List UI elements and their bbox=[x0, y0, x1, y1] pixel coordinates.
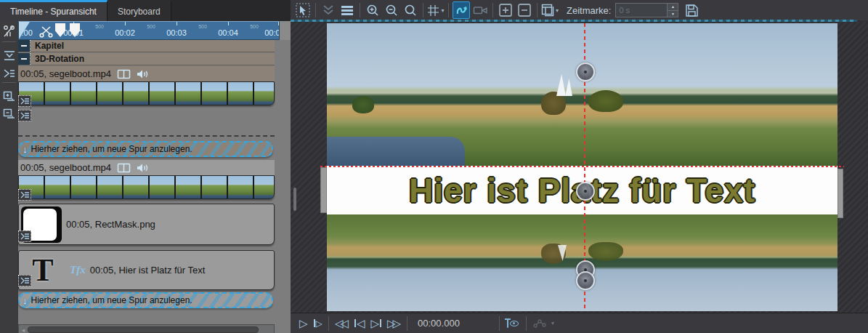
transport-bar: ▷ ▷ ◁◁ ◁ ▷ ▷▷ 00:00.000 ▾ bbox=[291, 313, 868, 333]
rewind-button[interactable]: ◁◁ bbox=[335, 317, 349, 330]
tab-storyboard[interactable]: Storyboard bbox=[108, 0, 171, 21]
grid-button[interactable]: ▾ bbox=[427, 1, 445, 19]
path-nodes-button[interactable] bbox=[532, 318, 547, 329]
show-markers-button[interactable] bbox=[507, 318, 519, 328]
timeline-panel: Timeline - Spuransicht Storyboard bbox=[0, 0, 291, 333]
select-tool-button[interactable] bbox=[294, 1, 312, 19]
effects-list-icon[interactable] bbox=[1, 66, 17, 81]
go-to-end-button[interactable]: ▷ bbox=[370, 317, 381, 330]
collapse-icon[interactable] bbox=[18, 53, 31, 65]
sprite-toggle-icon[interactable] bbox=[18, 189, 31, 201]
clip-text[interactable]: T Tfx 00:05, Hier ist Platz für Text bbox=[18, 250, 275, 290]
spin-up-icon[interactable]: ▲ bbox=[668, 4, 678, 10]
sailboat bbox=[556, 74, 566, 96]
bush bbox=[588, 90, 623, 112]
track-label: 3D-Rotation bbox=[35, 54, 84, 64]
zoom-in-button[interactable] bbox=[364, 1, 381, 19]
ruler-minor-label: 500 bbox=[89, 24, 110, 29]
timescale-mode-icon[interactable] bbox=[1, 24, 17, 39]
drop-arrow-icon: ↓ bbox=[23, 144, 28, 155]
toolbar-separator bbox=[492, 3, 493, 17]
ruler-minor-label: 500 bbox=[243, 24, 265, 29]
transport-separator bbox=[526, 316, 527, 331]
track-label: Kapitel bbox=[35, 41, 64, 51]
zoom-reset-button[interactable] bbox=[402, 1, 419, 19]
zeitmarke-input[interactable] bbox=[615, 3, 668, 17]
new-track-dropzone[interactable]: ↓ Hierher ziehen, um neue Spur anzulegen… bbox=[18, 141, 273, 157]
movement-curve-tool-button[interactable] bbox=[453, 1, 470, 19]
timeline-tool-strip bbox=[0, 21, 18, 333]
panel-splitter-handle[interactable] bbox=[293, 188, 296, 211]
transform-handle-center[interactable] bbox=[576, 271, 595, 290]
track-row-3d-rotation[interactable]: 3D-Rotation bbox=[18, 53, 275, 65]
remove-layer-icon[interactable] bbox=[1, 107, 17, 121]
ruler-label: 00:03 bbox=[161, 28, 192, 37]
transport-separator bbox=[499, 316, 500, 331]
audio-speaker-icon[interactable] bbox=[137, 69, 149, 79]
transform-handle-top[interactable] bbox=[576, 63, 595, 81]
add-layer-icon[interactable] bbox=[1, 89, 17, 104]
toolbar-separator bbox=[423, 3, 423, 17]
clip-segelboot-2-header[interactable]: 00:05, segelboot.mp4 bbox=[18, 160, 275, 175]
remove-object-button[interactable] bbox=[516, 1, 533, 19]
timeline-ruler[interactable]: 00:00 00:01 00:02 00:03 00:04 00:05 500 … bbox=[18, 21, 280, 40]
sprite-toggle-icon[interactable] bbox=[18, 275, 31, 286]
spin-down-icon[interactable]: ▼ bbox=[668, 10, 678, 17]
bush-reflection bbox=[588, 242, 623, 261]
zeitmarke-label: Zeitmarke: bbox=[567, 5, 611, 16]
clip-label: 00:05, Hier ist Platz für Text bbox=[90, 265, 206, 276]
scrollbar-thumb[interactable] bbox=[28, 326, 259, 333]
ruler-tick bbox=[278, 22, 279, 25]
dropzone-label: Hierher ziehen, um neue Spur anzulegen. bbox=[31, 144, 192, 154]
ruler-label: 00:05 bbox=[259, 28, 280, 37]
play-from-cursor-button[interactable]: ▷ bbox=[314, 318, 323, 329]
sprite-toggle-icon[interactable] bbox=[18, 95, 31, 107]
layers-order-icon[interactable] bbox=[1, 49, 17, 63]
audio-speaker-icon[interactable] bbox=[137, 163, 149, 173]
scroll-left-arrow[interactable]: ◂ bbox=[19, 326, 28, 333]
track-row-kapitel[interactable]: Kapitel bbox=[18, 40, 275, 52]
timeline-area: 00:00 00:01 00:02 00:03 00:04 00:05 500 … bbox=[18, 21, 291, 333]
preview-panel: ▾ bbox=[291, 0, 868, 333]
clip-segelboot-1-filmstrip[interactable] bbox=[18, 81, 275, 105]
ruler-minor-label: 500 bbox=[140, 24, 162, 29]
clip-label: 00:05, RectMask.png bbox=[66, 219, 155, 230]
sprite-toggle-icon[interactable] bbox=[18, 110, 31, 121]
camera-button[interactable] bbox=[471, 1, 489, 19]
cut-scissors-icon[interactable] bbox=[39, 25, 53, 38]
dropzone-label: Hierher ziehen, um neue Spur anzulegen. bbox=[31, 295, 192, 305]
add-object-button[interactable] bbox=[497, 1, 514, 19]
film-frames-icon[interactable] bbox=[117, 163, 131, 173]
save-timemark-button[interactable] bbox=[683, 1, 700, 19]
tab-timeline-spuransicht[interactable]: Timeline - Spuransicht bbox=[0, 0, 108, 21]
selection-edge-horizontal bbox=[320, 166, 844, 167]
timeline-tabbar: Timeline - Spuransicht Storyboard bbox=[0, 0, 291, 21]
zoom-out-button[interactable] bbox=[383, 1, 400, 19]
sprite-toggle-icon[interactable] bbox=[18, 230, 31, 242]
clip-label: 00:05, segelboot.mp4 bbox=[20, 162, 111, 173]
toolbar-separator bbox=[537, 3, 538, 17]
toolbar-separator bbox=[360, 3, 360, 17]
collapse-icon[interactable] bbox=[18, 40, 31, 52]
fit-scene-button[interactable] bbox=[320, 1, 337, 19]
fast-forward-button[interactable]: ▷▷ bbox=[387, 317, 401, 330]
clip-rectmask[interactable]: 00:05, RectMask.png bbox=[18, 204, 275, 245]
clip-segelboot-2-filmstrip[interactable] bbox=[18, 175, 275, 199]
transform-handle-middle[interactable] bbox=[576, 182, 595, 201]
pond bbox=[327, 137, 465, 166]
play-button[interactable]: ▷ bbox=[299, 317, 308, 330]
new-track-dropzone[interactable]: ↓ Hierher ziehen, um neue Spur anzulegen… bbox=[18, 292, 273, 308]
clip-segelboot-1-header[interactable]: 00:05, segelboot.mp4 bbox=[18, 66, 275, 81]
horizontal-scrollbar[interactable]: ◂ bbox=[18, 324, 275, 333]
clip-label: 00:05, segelboot.mp4 bbox=[20, 68, 111, 79]
zeitmarke-spinner[interactable]: ▲ ▼ bbox=[668, 3, 678, 17]
scene-preview[interactable]: Hier ist Platz für Text bbox=[291, 22, 868, 313]
film-frames-icon[interactable] bbox=[117, 69, 131, 79]
video-frame[interactable]: Hier ist Platz für Text bbox=[327, 23, 837, 311]
go-to-start-button[interactable]: ◁ bbox=[354, 317, 365, 330]
scene-properties-button[interactable]: ▾ bbox=[541, 1, 559, 19]
playhead-cursor[interactable] bbox=[19, 22, 30, 39]
layout-lines-button[interactable] bbox=[338, 1, 356, 19]
bush bbox=[352, 96, 374, 113]
dropdown-caret-icon: ▾ bbox=[551, 320, 554, 326]
